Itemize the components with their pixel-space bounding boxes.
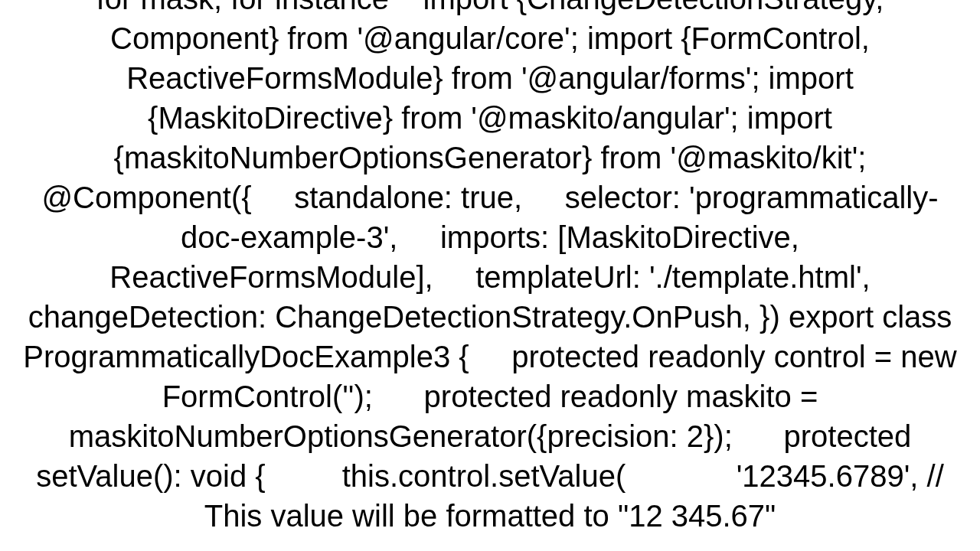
code-document-text: for mask, for instance import {ChangeDet… bbox=[0, 0, 980, 536]
